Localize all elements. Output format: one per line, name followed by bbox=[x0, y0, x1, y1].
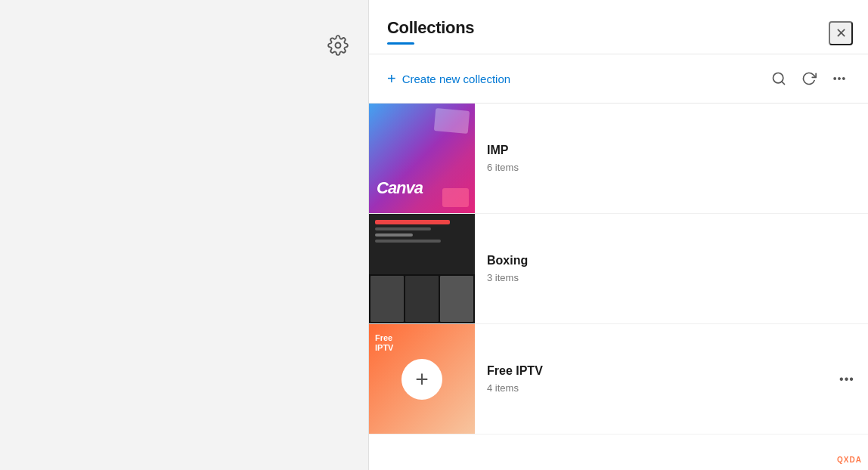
collection-info-boxing: Boxing 3 items bbox=[475, 254, 868, 283]
xda-watermark: QXDA bbox=[837, 456, 862, 464]
toolbar-actions bbox=[765, 65, 853, 92]
title-underline bbox=[387, 42, 414, 45]
iptv-plus-circle: + bbox=[401, 359, 442, 400]
collection-info-free-iptv: Free IPTV 4 items bbox=[475, 364, 835, 394]
collection-name-free-iptv: Free IPTV bbox=[487, 364, 823, 378]
search-button[interactable] bbox=[765, 65, 792, 92]
search-icon bbox=[771, 71, 786, 86]
collection-item-imp[interactable]: Canva IMP 6 items bbox=[369, 104, 868, 214]
svg-point-0 bbox=[336, 43, 341, 48]
collection-info-imp: IMP 6 items bbox=[475, 144, 868, 173]
svg-point-3 bbox=[834, 78, 835, 79]
refresh-icon bbox=[801, 71, 817, 86]
collections-panel: Collections ✕ + Create new collection bbox=[368, 0, 868, 470]
refresh-button[interactable] bbox=[795, 65, 823, 92]
close-button[interactable]: ✕ bbox=[829, 21, 853, 45]
collection-thumbnail-imp: Canva bbox=[369, 104, 475, 213]
plus-icon: + bbox=[387, 71, 396, 86]
collection-thumbnail-boxing bbox=[369, 214, 475, 323]
create-collection-button[interactable]: + Create new collection bbox=[387, 68, 510, 89]
collection-name-boxing: Boxing bbox=[487, 254, 856, 267]
free-iptv-menu-button[interactable]: ••• bbox=[835, 367, 859, 391]
left-panel bbox=[0, 0, 368, 470]
panel-header: Collections ✕ bbox=[369, 0, 868, 54]
svg-point-5 bbox=[843, 78, 845, 79]
close-icon: ✕ bbox=[835, 26, 847, 40]
panel-toolbar: + Create new collection bbox=[369, 54, 868, 104]
collection-count-boxing: 3 items bbox=[487, 272, 856, 283]
header-title-wrap: Collections bbox=[387, 18, 474, 54]
collection-item-boxing[interactable]: Boxing 3 items bbox=[369, 214, 868, 324]
collection-name-imp: IMP bbox=[487, 144, 856, 157]
create-label: Create new collection bbox=[402, 73, 510, 85]
more-icon: ••• bbox=[839, 373, 854, 386]
settings-gear-button[interactable] bbox=[323, 30, 353, 60]
panel-title: Collections bbox=[387, 18, 474, 38]
collection-item-free-iptv[interactable]: FreeIPTV + Free IPTV 4 items ••• bbox=[369, 324, 868, 434]
collection-thumbnail-free-iptv: FreeIPTV + bbox=[369, 324, 475, 434]
more-options-button[interactable] bbox=[826, 65, 853, 92]
collections-list: Canva IMP 6 items bbox=[369, 104, 868, 470]
svg-line-2 bbox=[782, 82, 785, 85]
more-options-icon bbox=[832, 71, 847, 86]
collection-count-imp: 6 items bbox=[487, 162, 856, 173]
svg-point-4 bbox=[839, 78, 840, 79]
collection-count-free-iptv: 4 items bbox=[487, 382, 823, 394]
